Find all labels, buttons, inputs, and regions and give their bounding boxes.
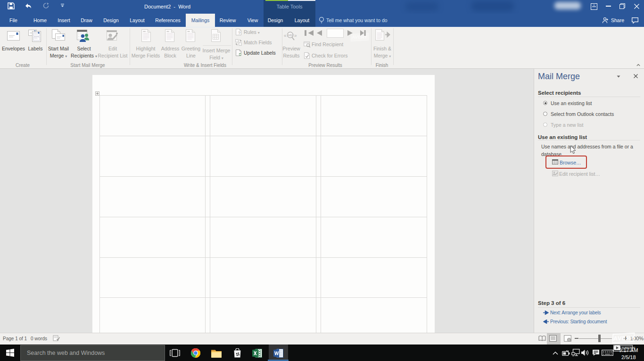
svg-text:ABC: ABC — [288, 33, 294, 37]
svg-text:»: » — [294, 33, 297, 38]
svg-text:?: ? — [238, 31, 240, 35]
svg-text:«: « — [284, 33, 287, 38]
